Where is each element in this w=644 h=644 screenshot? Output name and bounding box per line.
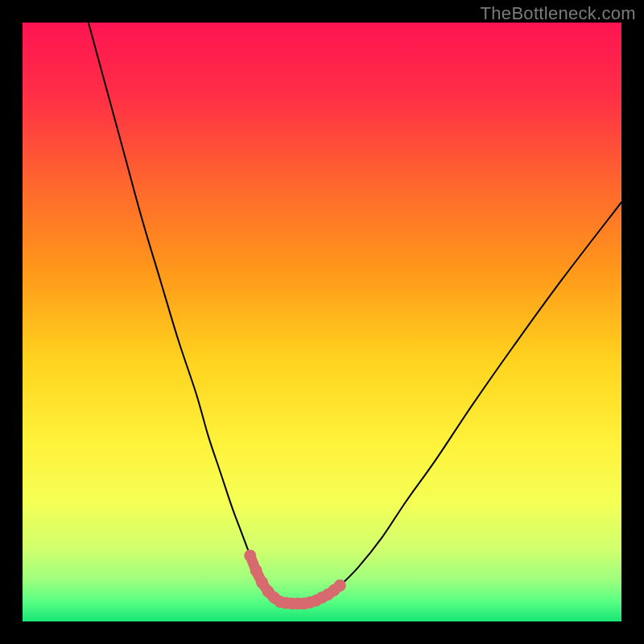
chart-plot (23, 23, 621, 621)
watermark-text: TheBottleneck.com (481, 3, 636, 24)
highlight-dot (250, 564, 262, 576)
highlight-dot (334, 580, 346, 592)
highlight-dot (244, 550, 256, 562)
chart-svg (23, 23, 621, 621)
chart-frame: TheBottleneck.com (0, 0, 644, 644)
